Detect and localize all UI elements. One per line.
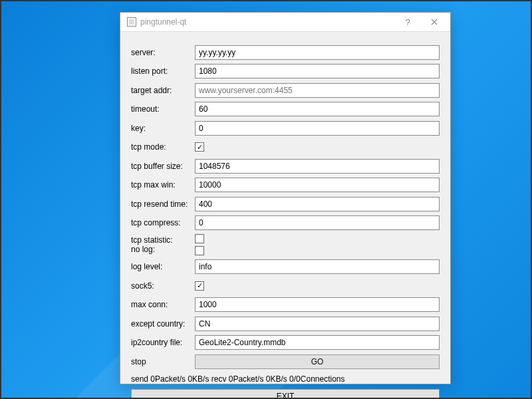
except-country-input[interactable] xyxy=(195,317,440,331)
log-level-input[interactable] xyxy=(195,259,440,274)
titlebar: pingtunnel-qt ? xyxy=(120,13,450,32)
server-input[interactable] xyxy=(195,45,440,60)
tcp-resend-time-label: tcp resend time: xyxy=(131,200,195,209)
log-level-label: log level: xyxy=(131,262,195,271)
tcp-buffer-size-input[interactable] xyxy=(195,159,440,174)
form-content: server: listen port: target addr: timeou… xyxy=(120,32,450,399)
max-conn-label: max conn: xyxy=(131,300,195,309)
tcp-mode-checkbox[interactable] xyxy=(195,142,204,152)
timeout-input[interactable] xyxy=(195,102,440,116)
target-addr-label: target addr: xyxy=(131,86,195,95)
server-label: server: xyxy=(131,48,195,57)
no-log-checkbox[interactable] xyxy=(195,246,204,255)
key-label: key: xyxy=(131,124,195,133)
tcp-statistic-label: tcp statistic: xyxy=(131,235,195,245)
timeout-label: timeout: xyxy=(131,104,195,114)
app-window: pingtunnel-qt ? server: listen port: tar… xyxy=(120,12,451,384)
tcp-resend-time-input[interactable] xyxy=(195,197,440,211)
help-button[interactable]: ? xyxy=(394,13,421,31)
listen-port-label: listen port: xyxy=(131,66,195,76)
ip2country-file-input[interactable] xyxy=(195,335,440,350)
tcp-mode-label: tcp mode: xyxy=(131,142,195,152)
key-input[interactable] xyxy=(195,121,440,136)
go-button[interactable]: GO xyxy=(195,354,440,369)
max-conn-input[interactable] xyxy=(195,297,440,312)
ip2country-file-label: ip2country file: xyxy=(131,338,195,347)
listen-port-input[interactable] xyxy=(195,64,440,78)
no-log-label: no log: xyxy=(131,245,195,254)
except-country-label: except country: xyxy=(131,319,195,329)
target-addr-input[interactable] xyxy=(195,83,440,98)
tcp-compress-label: tcp compress: xyxy=(131,218,195,227)
tcp-max-win-label: tcp max win: xyxy=(131,180,195,190)
window-title: pingtunnel-qt xyxy=(140,17,394,27)
tcp-max-win-input[interactable] xyxy=(195,178,440,192)
tcp-compress-input[interactable] xyxy=(195,215,440,230)
status-line: send 0Packet/s 0KB/s recv 0Packet/s 0KB/… xyxy=(131,374,440,384)
tcp-buffer-size-label: tcp buffer size: xyxy=(131,162,195,171)
exit-button[interactable]: EXIT xyxy=(131,389,440,399)
app-icon xyxy=(127,17,136,27)
stop-label: stop xyxy=(131,357,195,366)
tcp-statistic-checkbox[interactable] xyxy=(195,234,204,243)
sock5-label: sock5: xyxy=(131,281,195,291)
close-button[interactable] xyxy=(421,13,448,31)
sock5-checkbox[interactable] xyxy=(195,281,204,291)
